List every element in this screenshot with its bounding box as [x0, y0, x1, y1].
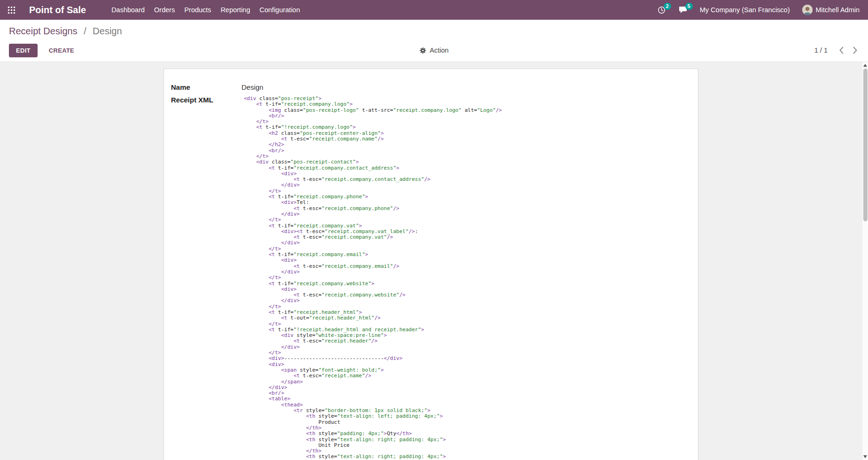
code-line: <t t-out="receipt.header_html"/> — [244, 315, 502, 321]
breadcrumb: Receipt Designs / Design — [9, 26, 122, 37]
gear-icon — [419, 47, 426, 54]
main-menu: Dashboard Orders Products Reporting Conf… — [107, 0, 305, 20]
pager-previous-button[interactable] — [839, 46, 844, 55]
pager-count[interactable]: 1 / 1 — [814, 47, 828, 54]
code-line: </div> — [244, 344, 502, 350]
app-title[interactable]: Point of Sale — [29, 5, 86, 16]
menu-dashboard[interactable]: Dashboard — [107, 0, 149, 20]
vertical-scrollbar[interactable] — [862, 62, 868, 460]
breadcrumb-parent-link[interactable]: Receipt Designs — [9, 26, 78, 36]
messages-badge: 5 — [685, 3, 693, 10]
name-field-row: Name Design — [171, 83, 689, 92]
user-menu[interactable]: Mitchell Admin — [796, 0, 860, 20]
messages-button[interactable]: 5 — [672, 0, 694, 20]
activities-button[interactable]: 2 — [651, 0, 672, 20]
menu-configuration[interactable]: Configuration — [255, 0, 305, 20]
create-button[interactable]: CREATE — [46, 47, 77, 55]
chevron-right-icon — [852, 46, 858, 55]
scroll-up-arrow[interactable] — [863, 64, 867, 67]
name-field-label: Name — [171, 83, 241, 92]
user-avatar — [802, 5, 813, 15]
scroll-down-arrow[interactable] — [863, 455, 867, 458]
code-line: <br/> — [244, 148, 502, 154]
top-navbar: Point of Sale Dashboard Orders Products … — [0, 0, 868, 20]
menu-orders[interactable]: Orders — [149, 0, 179, 20]
button-row: EDIT CREATE Action 1 / 1 — [0, 42, 868, 58]
action-menu-label: Action — [430, 47, 449, 54]
menu-products[interactable]: Products — [179, 0, 216, 20]
apps-menu-button[interactable] — [0, 0, 23, 20]
company-switcher[interactable]: My Company (San Francisco) — [694, 0, 796, 20]
menu-reporting[interactable]: Reporting — [216, 0, 255, 20]
code-line: </div> — [244, 269, 502, 275]
scrollbar-thumb[interactable] — [863, 69, 868, 221]
edit-button[interactable]: EDIT — [9, 44, 38, 57]
user-name: Mitchell Admin — [816, 6, 860, 14]
chevron-left-icon — [839, 46, 844, 55]
code-line: </div> — [244, 298, 502, 304]
code-line: <br/> — [244, 113, 502, 119]
control-panel: Receipt Designs / Design EDIT CREATE Act… — [0, 20, 868, 62]
code-line: </div> — [244, 240, 502, 246]
apps-grid-icon — [8, 6, 16, 14]
pager: 1 / 1 — [814, 46, 858, 55]
receipt-xml-code[interactable]: <div class="pos-receipt"> <t t-if="recei… — [241, 96, 502, 460]
pager-next-button[interactable] — [852, 46, 858, 55]
form-sheet: Name Design Receipt XML <div class="pos-… — [163, 69, 698, 460]
receipt-xml-field-row: Receipt XML <div class="pos-receipt"> <t… — [171, 96, 689, 460]
code-line: </div> — [244, 211, 502, 217]
name-field-value: Design — [241, 83, 264, 92]
breadcrumb-current: Design — [93, 26, 122, 36]
content-area: Name Design Receipt XML <div class="pos-… — [0, 62, 868, 460]
activities-badge: 2 — [664, 3, 671, 10]
breadcrumb-separator: / — [84, 26, 86, 36]
receipt-xml-field-label: Receipt XML — [171, 96, 241, 460]
code-line: </div> — [244, 182, 502, 188]
systray: 2 5 My Company (San Francisco) Mitchell … — [651, 0, 860, 20]
action-menu-button[interactable]: Action — [419, 47, 449, 54]
